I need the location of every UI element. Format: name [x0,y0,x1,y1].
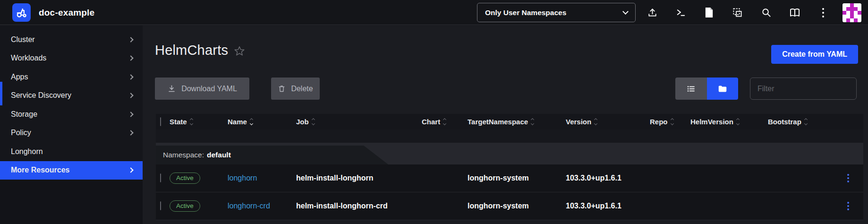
search-icon[interactable] [760,7,772,19]
namespace-group-label: Namespace: [163,151,204,159]
target-namespace-cell: longhorn-system [468,202,566,210]
column-header-job[interactable]: Job [296,118,422,126]
select-all-checkbox[interactable] [160,117,161,126]
sort-icon [805,119,807,125]
chevron-right-icon [128,56,133,61]
identicon [842,3,861,22]
sidebar-lower-area [0,180,143,224]
status-badge: Active [170,172,200,184]
sidebar-item-service-discovery[interactable]: Service Discovery [0,86,143,105]
sidebar-item-label: Service Discovery [11,91,71,100]
sort-icon [190,119,193,125]
sidebar-item-label: Cluster [11,35,35,44]
sidebar-item-workloads[interactable]: Workloads [0,49,143,68]
column-header-repo[interactable]: Repo [650,118,690,126]
delete-button[interactable]: Delete [271,78,320,100]
chevron-right-icon [128,74,133,79]
namespace-group-value: default [207,151,231,159]
kubectl-shell-icon[interactable] [674,7,687,19]
job-cell: helm-install-longhorn-crd [296,202,422,210]
column-header-bootstrap[interactable]: Bootstrap [768,118,836,126]
trash-icon [278,85,286,93]
status-badge: Active [170,200,200,212]
menu-kebab-icon[interactable] [817,7,829,19]
sidebar-item-label: Longhorn [11,147,43,156]
favorite-star-icon[interactable] [234,45,245,57]
sort-icon [531,119,534,125]
import-yaml-icon[interactable] [646,7,658,19]
docs-book-icon[interactable] [789,7,801,19]
user-avatar[interactable] [842,3,861,22]
table-group-gap [156,129,863,143]
sidebar-item-policy[interactable]: Policy [0,124,143,143]
chevron-right-icon [128,93,133,98]
filter-input[interactable] [750,78,857,100]
sort-icon [737,119,739,125]
row-actions-kebab-icon[interactable] [845,172,851,184]
sort-icon [312,119,315,125]
sidebar-item-label: Storage [11,110,37,119]
folder-icon [717,84,728,94]
namespace-group-row: Namespace: default [156,143,863,164]
version-cell: 103.3.0+up1.6.1 [566,202,650,210]
namespace-filter-dropdown[interactable]: Only User Namespaces [477,3,636,22]
side-navigation: Cluster Workloads Apps Service Discovery… [0,26,143,224]
chevron-right-icon [128,112,133,117]
download-icon [167,84,176,93]
file-icon[interactable] [703,7,715,19]
list-view-button[interactable] [675,78,707,100]
sidebar-item-label: Workloads [11,54,46,62]
top-header-bar: doc-example Only User Namespaces [0,0,868,25]
table-row: Active longhorn helm-install-longhorn lo… [156,164,863,192]
version-cell: 103.3.0+up1.6.1 [566,174,650,182]
folder-view-button[interactable] [707,78,739,100]
column-header-targetnamespace[interactable]: TargetNamespace [468,118,566,126]
copy-resource-icon[interactable] [732,7,744,19]
row-actions-kebab-icon[interactable] [845,200,851,212]
sort-icon [595,119,597,125]
sidebar-item-longhorn[interactable]: Longhorn [0,142,143,161]
sort-icon [443,119,446,125]
resource-name-link[interactable]: longhorn-crd [228,202,270,210]
cluster-name: doc-example [39,0,94,25]
sidebar-item-more-resources[interactable]: More Resources [0,161,143,180]
namespace-group-tab: Namespace: default [156,146,388,164]
helmcharts-table: State Name Job Chart TargetNamespace [156,114,863,220]
rancher-app: doc-example Only User Namespaces [0,0,868,224]
sort-icon [250,119,253,125]
header-toolbar [640,0,835,25]
main-content: HelmCharts Create from YAML Download YAM… [143,26,868,224]
sidebar-item-label: Policy [11,129,31,137]
chevron-right-icon [128,37,133,42]
sidebar-item-apps[interactable]: Apps [0,68,143,86]
row-checkbox[interactable] [160,201,161,210]
sidebar-item-label: More Resources [11,166,70,174]
sort-icon [671,119,673,125]
chevron-down-icon [622,9,629,15]
download-yaml-button[interactable]: Download YAML [155,78,249,100]
column-header-version[interactable]: Version [566,118,650,126]
create-from-yaml-button[interactable]: Create from YAML [771,45,858,64]
table-header-row: State Name Job Chart TargetNamespace [156,114,863,129]
chevron-right-icon [128,168,133,173]
row-checkbox[interactable] [160,173,161,182]
table-row: Active longhorn-crd helm-install-longhor… [156,192,863,220]
list-icon [686,84,696,94]
column-header-chart[interactable]: Chart [422,118,468,126]
chevron-right-icon [128,130,133,136]
column-header-state[interactable]: State [170,118,228,126]
delete-label: Delete [291,85,313,93]
page-title: HelmCharts [155,43,228,58]
resource-name-link[interactable]: longhorn [228,174,257,182]
column-header-name[interactable]: Name [228,118,296,126]
sidebar-item-storage[interactable]: Storage [0,105,143,124]
view-mode-toggle [675,78,738,100]
tractor-icon [16,7,28,19]
namespace-filter-value: Only User Namespaces [485,9,566,17]
job-cell: helm-install-longhorn [296,174,422,182]
sidebar-item-label: Apps [11,73,28,81]
rancher-logo[interactable] [12,3,31,22]
column-header-helmversion[interactable]: HelmVersion [690,118,768,126]
sidebar-item-cluster[interactable]: Cluster [0,30,143,49]
download-yaml-label: Download YAML [181,85,237,93]
